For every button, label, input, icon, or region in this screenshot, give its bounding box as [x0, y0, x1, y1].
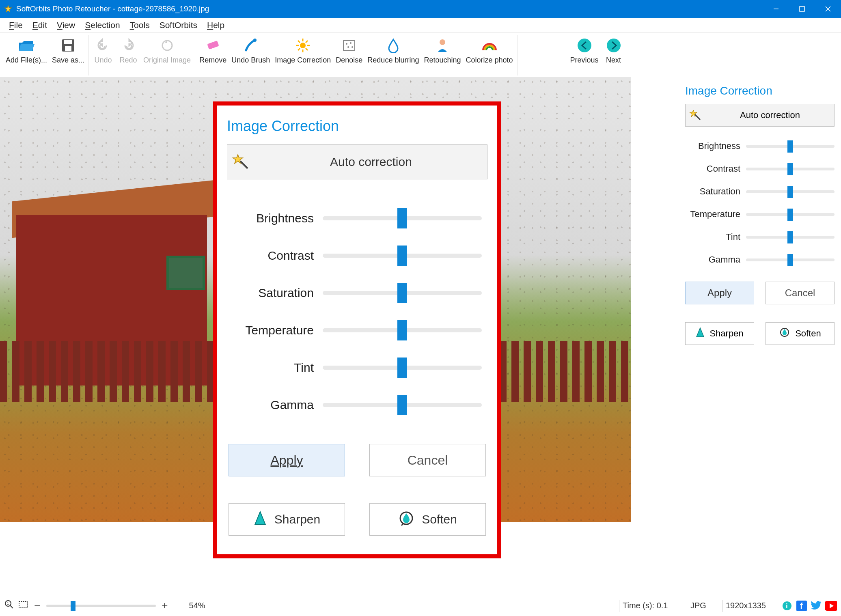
svg-point-23 — [347, 46, 349, 48]
panel-sharpen-button[interactable]: Sharpen — [685, 322, 754, 345]
cancel-button[interactable]: Cancel — [369, 444, 486, 476]
panel-contrast-slider[interactable] — [746, 168, 835, 170]
previous-button[interactable]: Previous — [568, 35, 601, 75]
soften-button[interactable]: Soften — [369, 503, 486, 536]
brightness-slider[interactable] — [323, 216, 482, 220]
panel-saturation-slider[interactable] — [746, 190, 835, 193]
panel-temperature-slider[interactable] — [746, 213, 835, 216]
svg-point-25 — [440, 39, 445, 45]
panel-temperature-label: Temperature — [685, 209, 746, 220]
zoom-in-button[interactable]: + — [159, 599, 170, 612]
info-icon[interactable]: i — [781, 600, 793, 612]
svg-marker-30 — [255, 512, 265, 525]
redo-button[interactable]: Redo — [116, 35, 141, 75]
temperature-label: Temperature — [217, 323, 323, 337]
auto-correction-button[interactable]: Auto correction — [227, 144, 487, 179]
denoise-icon — [342, 37, 356, 54]
side-panel: Image Correction Auto correction Brightn… — [679, 77, 841, 595]
contrast-label: Contrast — [217, 249, 323, 263]
minimize-button[interactable] — [763, 0, 789, 18]
original-image-button[interactable]: Original Image — [141, 35, 193, 75]
save-as-button[interactable]: Save as... — [50, 35, 87, 75]
image-correction-dialog: Image Correction Auto correction Brightn… — [213, 101, 501, 558]
svg-line-18 — [306, 41, 308, 43]
panel-soften-button[interactable]: Soften — [766, 322, 835, 345]
svg-rect-2 — [800, 6, 804, 11]
dialog-title: Image Correction — [217, 106, 497, 144]
menu-view[interactable]: View — [52, 19, 80, 32]
svg-point-22 — [350, 42, 351, 44]
svg-rect-9 — [207, 41, 219, 50]
twitter-icon[interactable] — [810, 600, 822, 612]
saturation-slider[interactable] — [323, 291, 482, 295]
window-title: SoftOrbits Photo Retoucher - cottage-297… — [16, 4, 209, 13]
denoise-button[interactable]: Denoise — [333, 35, 365, 75]
svg-line-17 — [306, 48, 308, 50]
retouching-button[interactable]: Retouching — [421, 35, 463, 75]
soften-icon — [779, 327, 790, 340]
rainbow-icon — [481, 37, 498, 54]
zoom-slider[interactable] — [46, 605, 156, 607]
remove-button[interactable]: Remove — [197, 35, 229, 75]
panel-cancel-button[interactable]: Cancel — [766, 282, 835, 304]
menu-help[interactable]: Help — [202, 19, 229, 32]
gamma-slider[interactable] — [323, 403, 482, 407]
youtube-icon[interactable] — [825, 600, 837, 612]
svg-rect-7 — [65, 46, 71, 51]
menu-selection[interactable]: Selection — [80, 19, 125, 32]
close-button[interactable] — [815, 0, 841, 18]
menu-softorbits[interactable]: SoftOrbits — [155, 19, 202, 32]
svg-marker-34 — [697, 328, 704, 337]
svg-text:1: 1 — [7, 601, 9, 605]
redo-icon — [121, 37, 136, 54]
maximize-button[interactable] — [789, 0, 815, 18]
undo-button[interactable]: Undo — [91, 35, 116, 75]
colorize-button[interactable]: Colorize photo — [464, 35, 515, 75]
menu-tools[interactable]: Tools — [125, 19, 155, 32]
panel-brightness-slider[interactable] — [746, 145, 835, 148]
zoom-value: 54% — [189, 601, 205, 610]
svg-rect-6 — [64, 40, 72, 44]
facebook-icon[interactable]: f — [796, 600, 808, 612]
panel-auto-correction-button[interactable]: Auto correction — [685, 104, 835, 127]
next-button[interactable]: Next — [601, 35, 626, 75]
sharpen-icon — [253, 510, 267, 529]
panel-tint-slider[interactable] — [746, 236, 835, 239]
panel-sliders: Brightness Contrast Saturation Temperatu… — [685, 135, 835, 271]
zoom-fit-icon[interactable] — [18, 599, 28, 612]
svg-line-29 — [240, 161, 248, 168]
gamma-label: Gamma — [217, 398, 323, 412]
svg-text:i: i — [786, 602, 788, 610]
zoom-actual-icon[interactable]: 1 — [4, 599, 15, 612]
svg-point-26 — [578, 39, 591, 52]
svg-line-19 — [298, 48, 300, 50]
temperature-slider[interactable] — [323, 328, 482, 332]
reduce-blurring-button[interactable]: Reduce blurring — [365, 35, 421, 75]
svg-point-27 — [607, 39, 621, 52]
svg-rect-20 — [343, 41, 355, 50]
undo-brush-button[interactable]: Undo Brush — [229, 35, 272, 75]
panel-gamma-label: Gamma — [685, 254, 746, 265]
wand-icon — [227, 153, 255, 171]
image-canvas[interactable]: Image Correction Auto correction Brightn… — [0, 77, 679, 595]
add-files-button[interactable]: Add File(s)... — [3, 35, 50, 75]
contrast-slider[interactable] — [323, 254, 482, 258]
panel-gamma-slider[interactable] — [746, 258, 835, 261]
svg-point-10 — [253, 39, 257, 42]
sharpen-button[interactable]: Sharpen — [229, 503, 345, 536]
image-correction-button[interactable]: Image Correction — [272, 35, 333, 75]
panel-apply-button[interactable]: Apply — [685, 282, 754, 304]
svg-point-24 — [351, 46, 353, 48]
svg-rect-39 — [19, 601, 27, 608]
main-area: Image Correction Auto correction Brightn… — [0, 77, 841, 595]
menu-edit[interactable]: Edit — [28, 19, 52, 32]
zoom-out-button[interactable]: − — [32, 599, 43, 612]
dialog-sliders: Brightness Contrast Saturation Temperatu… — [217, 190, 497, 424]
brightness-label: Brightness — [217, 211, 323, 225]
status-format: JPG — [690, 601, 719, 610]
undo-icon — [96, 37, 110, 54]
tint-slider[interactable] — [323, 366, 482, 370]
menu-file[interactable]: File — [4, 19, 28, 32]
folder-open-icon — [18, 37, 35, 54]
apply-button[interactable]: Apply — [229, 444, 345, 476]
